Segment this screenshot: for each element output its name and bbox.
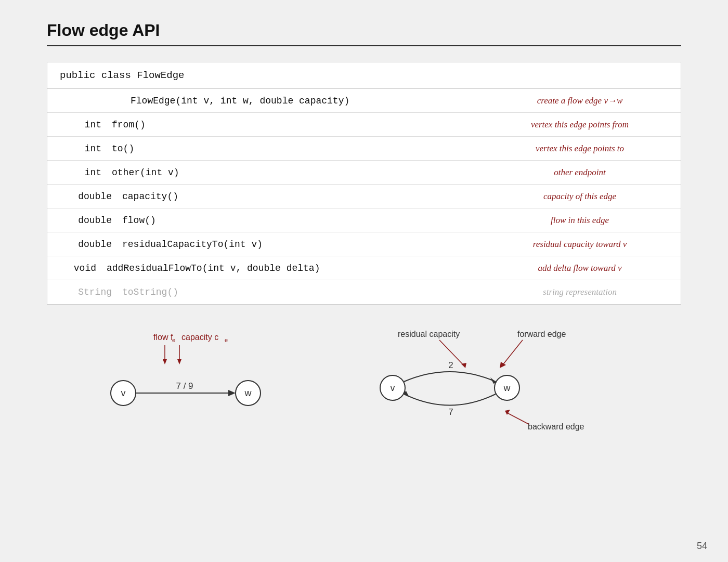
left-node-w: w xyxy=(244,388,252,398)
api-method-capacity: capacity() xyxy=(122,191,491,202)
flow-label: flow f xyxy=(153,333,173,342)
api-box: public class FlowEdge FlowEdge(int v, in… xyxy=(47,62,681,305)
api-method-other: other(int v) xyxy=(112,167,491,178)
page-number: 54 xyxy=(697,541,707,552)
title-divider xyxy=(47,45,681,46)
api-desc-constructor: create a flow edge v→w xyxy=(491,96,668,106)
slide-title: Flow edge API xyxy=(47,21,681,40)
api-row-to: int to() vertex this edge points to xyxy=(47,137,681,161)
left-node-v: v xyxy=(121,388,126,398)
diagram-right: residual capacity forward edge backward … xyxy=(335,320,681,435)
api-row-constructor: FlowEdge(int v, int w, double capacity) … xyxy=(47,89,681,113)
svg-marker-7 xyxy=(228,390,236,396)
residual-label: residual capacity xyxy=(398,330,460,338)
svg-line-10 xyxy=(502,340,523,366)
api-row-addresidual: void addResidualFlowTo(int v, double del… xyxy=(47,256,681,280)
api-desc-residual: residual capacity toward v xyxy=(491,239,668,250)
backward-label: backward edge xyxy=(528,422,584,431)
api-return-tostring: String xyxy=(60,287,122,297)
api-method-constructor: FlowEdge(int v, int w, double capacity) xyxy=(131,96,491,106)
api-desc-tostring: string representation xyxy=(491,287,668,297)
api-return-addresidual: void xyxy=(60,263,107,273)
api-return-other: int xyxy=(60,167,112,178)
api-desc-from: vertex this edge points from xyxy=(491,120,668,130)
edge-label: 7 / 9 xyxy=(176,381,193,391)
flow-sub-label: e xyxy=(172,337,175,343)
api-desc-addresidual: add delta flow toward v xyxy=(491,263,668,273)
svg-line-12 xyxy=(507,413,529,424)
api-return-to: int xyxy=(60,143,112,154)
api-method-tostring: toString() xyxy=(122,287,491,297)
svg-marker-1 xyxy=(163,359,167,364)
right-node-v: v xyxy=(390,383,395,393)
api-method-from: from() xyxy=(112,120,491,130)
diagrams-area: flow f e capacity c e v w xyxy=(47,320,681,435)
right-node-w: w xyxy=(503,383,511,393)
api-method-addresidual: addResidualFlowTo(int v, double delta) xyxy=(107,263,491,273)
api-return-flow: double xyxy=(60,215,122,226)
class-header: public class FlowEdge xyxy=(47,62,681,89)
diagram-left: flow f e capacity c e v w xyxy=(47,320,335,429)
api-return-from: int xyxy=(60,120,112,130)
api-method-to: to() xyxy=(112,143,491,154)
svg-marker-11 xyxy=(500,362,506,368)
api-return-residual: double xyxy=(60,239,122,250)
left-diagram-svg: flow f e capacity c e v w xyxy=(92,325,290,429)
api-return-capacity: double xyxy=(60,191,122,202)
api-desc-other: other endpoint xyxy=(491,167,668,178)
api-method-residual: residualCapacityTo(int v) xyxy=(122,239,491,250)
api-desc-capacity: capacity of this edge xyxy=(491,191,668,202)
capacity-sub-label: e xyxy=(225,337,228,343)
api-desc-to: vertex this edge points to xyxy=(491,143,668,154)
api-row-tostring: String toString() string representation xyxy=(47,280,681,304)
svg-marker-3 xyxy=(177,359,181,364)
api-row-from: int from() vertex this edge points from xyxy=(47,113,681,137)
right-diagram-svg: residual capacity forward edge backward … xyxy=(335,320,621,435)
api-row-capacity: double capacity() capacity of this edge xyxy=(47,185,681,208)
num-bottom: 7 xyxy=(448,407,453,417)
capacity-label: capacity c xyxy=(181,333,218,342)
api-row-other: int other(int v) other endpoint xyxy=(47,161,681,185)
api-desc-flow: flow in this edge xyxy=(491,215,668,226)
api-row-flow: double flow() flow in this edge xyxy=(47,208,681,232)
num-top: 2 xyxy=(448,360,453,370)
api-method-flow: flow() xyxy=(122,215,491,226)
forward-label: forward edge xyxy=(517,330,566,338)
svg-marker-16 xyxy=(490,377,497,384)
api-row-residual: double residualCapacityTo(int v) residua… xyxy=(47,232,681,256)
